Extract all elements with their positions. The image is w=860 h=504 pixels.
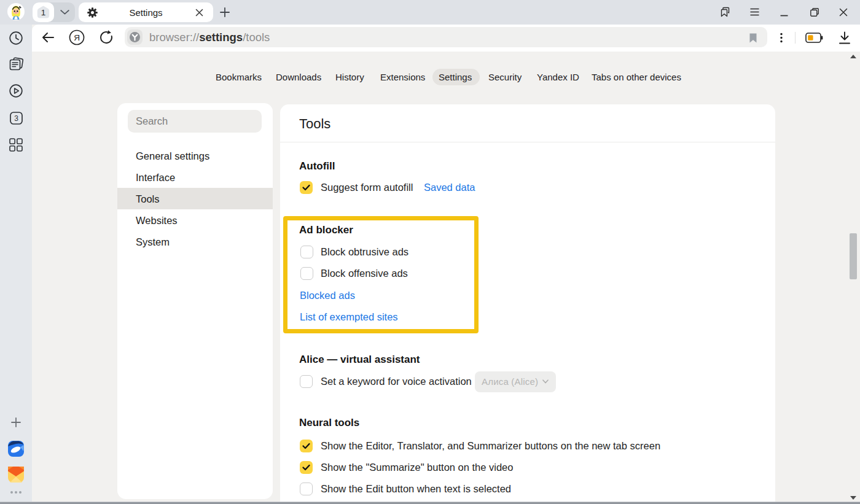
svg-text:3: 3 (14, 114, 18, 123)
svg-text:1: 1 (41, 8, 46, 17)
svg-text:Я: Я (74, 33, 80, 42)
